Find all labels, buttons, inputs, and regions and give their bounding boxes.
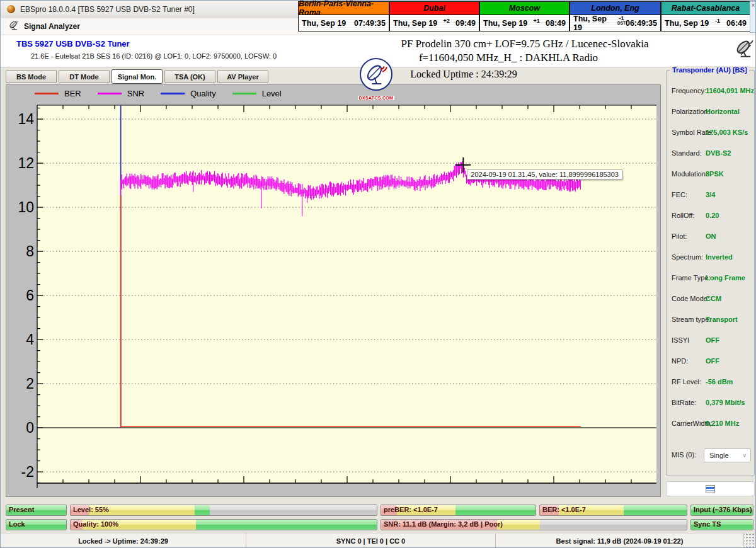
clock-time-row: Thu, Sep 19+108:49 [479, 15, 570, 31]
bar-label: BER: <1.0E-7 [542, 506, 586, 513]
tab-signal-mon[interactable]: Signal Mon. [112, 69, 163, 84]
clock-date: Thu, Sep 19 [483, 19, 527, 28]
bar-segment-green [624, 505, 687, 515]
transponder-label-frequency: Frequency: [672, 87, 706, 94]
svg-text:6: 6 [26, 287, 34, 304]
clock-offset-dst: DST [617, 21, 626, 26]
clock-offset-value: +1 [533, 18, 539, 24]
signal-chart[interactable]: BERSNRQualityLevel 2024-09-19 01.31.45, … [6, 84, 661, 497]
clock-moscow: MoscowThu, Sep 19+108:49 [479, 1, 570, 31]
svg-text:8: 8 [26, 243, 34, 260]
signal-bar-preber: preBER: <1.0E-7 [381, 505, 536, 516]
clock-time-row: Thu, Sep 1907:49:35 [298, 15, 389, 31]
mis-select[interactable]: Single∨ [704, 448, 751, 462]
transponder-value-polarization: Horizontal [706, 108, 740, 115]
transponder-label-polarization: Polarization: [672, 108, 710, 115]
clock-offset-value: +2 [443, 18, 449, 24]
bar-segment-green [196, 520, 377, 530]
signal-bar-quality: Quality: 100% [70, 519, 377, 530]
svg-text:0: 0 [26, 420, 34, 436]
transponder-label-issyi: ISSYI [672, 336, 689, 344]
transponder-label-npd: NPD: [672, 357, 688, 365]
bar-segment-yellow [497, 520, 540, 530]
bar-label: Level: 55% [73, 506, 109, 513]
svg-text:-2: -2 [21, 464, 34, 480]
transponder-label-fec: FEC: [672, 191, 687, 198]
dxsatcs-logo-icon [360, 58, 392, 91]
clock-utc-offset: +2 [443, 18, 449, 24]
statusbar-lock-uptime: Locked -> Uptime: 24:39:29 [1, 534, 246, 548]
transponder-label-modulation: Modulation: [672, 170, 707, 178]
clock-time-row: Thu, Sep 19+209:49 [389, 15, 479, 31]
bar-label: Lock [9, 520, 25, 528]
satellite-dish-icon-right [734, 38, 755, 62]
clock-time-value: 06:49:35 [626, 19, 657, 28]
clock-london-eng: London, EngThu, Sep 19-1DST06:49:35 [570, 1, 661, 31]
toolbar-title: Signal Analyzer [24, 22, 80, 31]
transponder-value-code-mode: CCM [706, 295, 721, 302]
clock-date: Thu, Sep 19 [302, 19, 346, 28]
tab-dt-mode[interactable]: DT Mode [59, 70, 110, 83]
clock-time-row: Thu, Sep 19-106:49 [661, 15, 750, 31]
satellite-dish-icon [8, 20, 20, 33]
tab-tsa-ok[interactable]: TSA (OK) [164, 70, 215, 83]
clock-dubai: DubaiThu, Sep 19+209:49 [389, 1, 479, 31]
dxsatcs-logo: DXSATCS.COM [357, 58, 395, 102]
signal-bar-lock: Lock [6, 519, 67, 530]
tab-bs-mode[interactable]: BS Mode [6, 70, 57, 83]
locked-uptime: Locked Uptime : 24:39:29 [410, 69, 517, 80]
mis-label: MIS (0): [672, 451, 696, 459]
transponder-label-rolloff: RollOff: [672, 212, 694, 219]
clock-utc-offset: -1DST [617, 16, 626, 26]
antenna-info: PF Prodelin 370 cm+ LOF=9.75 GHz / Lucen… [401, 38, 648, 50]
transponder-value-spectrum: Inverted [706, 253, 733, 261]
resize-grip[interactable] [744, 534, 755, 548]
transponder-value-rf-level: -56 dBm [706, 378, 733, 385]
bar-label: preBER: <1.0E-7 [384, 506, 438, 513]
transponder-value-rolloff: 0.20 [706, 212, 719, 219]
clock-time-value: 07:49:35 [354, 19, 386, 28]
signal-bar-present: Present [6, 505, 67, 516]
chart-plot[interactable]: -202468101214 [6, 85, 660, 496]
clock-offset-value: -1 [715, 18, 720, 24]
transponder-panel: Transponder (AU) [BS] Frequency:11604,09… [666, 70, 755, 476]
transponder-value-carrierwidth: 0,210 MHz [706, 420, 739, 427]
clock-rabat-casablanca: Rabat-CasablancaThu, Sep 19-106:49 [661, 1, 750, 31]
panel-action-button[interactable] [666, 481, 755, 496]
satellite-info: 21.6E - Eutelsat 21B SES 16 (ID: 0216) @… [31, 52, 277, 60]
status-bar: Locked -> Uptime: 24:39:29 SYNC 0 | TEI … [1, 533, 755, 548]
clock-berlin-paris-vienna-roma: Berlin-Paris-Vienna-RomaThu, Sep 1907:49… [298, 1, 389, 31]
svg-text:4: 4 [26, 331, 34, 348]
bar-label: Input (~376 Kbps) [694, 506, 752, 513]
clock-city-label: Rabat-Casablanca [661, 1, 750, 15]
tab-av-player[interactable]: AV Player [217, 70, 268, 83]
transponder-value-pilot: ON [706, 232, 716, 240]
signal-bar-sync-ts: Sync TS [690, 519, 753, 530]
transponder-value-modulation: 8PSK [706, 170, 724, 178]
chevron-down-icon: ∨ [742, 452, 747, 459]
clock-city-label: Berlin-Paris-Vienna-Roma [298, 1, 389, 15]
dxsatcs-logo-text: DXSATCS.COM [358, 96, 395, 100]
transponder-label-bitrate: BitRate: [672, 399, 696, 406]
clock-city-label: Dubai [389, 1, 479, 15]
clock-date: Thu, Sep 19 [665, 19, 709, 28]
clock-city-label: London, Eng [570, 1, 661, 15]
chart-tooltip: 2024-09-19 01.31.45, value: 11,899999618… [467, 169, 622, 180]
clock-utc-offset: -1 [715, 18, 720, 24]
transponder-label-code-mode: Code Mode: [672, 295, 709, 302]
clock-city-label: Moscow [479, 1, 570, 15]
svg-text:2: 2 [26, 375, 34, 392]
transponder-value-frame-type: Long Frame [706, 274, 745, 282]
bar-segment-green [195, 505, 210, 515]
signal-bar-ber: BER: <1.0E-7 [539, 505, 687, 516]
signal-bar-input-376-kbps: Input (~376 Kbps) [690, 505, 753, 516]
transponder-value-symbol-rate: 175,003 KS/s [706, 128, 748, 136]
clock-utc-offset: +1 [533, 18, 539, 24]
signal-bar-level: Level: 55% [70, 505, 377, 516]
app-window: { "window": { "title": "EBSpro 18.0.0.4 … [0, 0, 756, 548]
bar-segment-gray [210, 505, 377, 515]
statusbar-sync-counters: SYNC 0 | TEI 0 | CC 0 [246, 534, 496, 548]
clock-time-row: Thu, Sep 19-1DST06:49:35 [570, 15, 661, 31]
transponder-label-frame-type: Frame Type: [672, 274, 711, 282]
clocks-close-button[interactable]: × [750, 1, 756, 33]
